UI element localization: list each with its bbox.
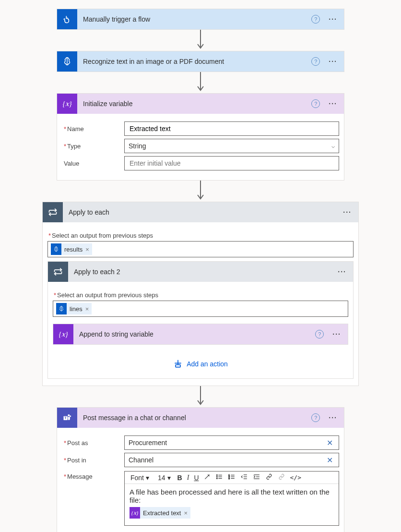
link-button[interactable]: [265, 473, 273, 482]
variable-icon: {𝑥}: [57, 94, 77, 114]
value-input[interactable]: [129, 159, 335, 168]
rte-toolbar: Font ▾ 14 ▾ B I U: [125, 472, 339, 484]
post-in-field[interactable]: Channel ✕: [124, 453, 339, 467]
indent-button[interactable]: [253, 473, 260, 482]
connector-arrow: [196, 386, 205, 407]
variable-icon: {𝑥}: [53, 324, 73, 344]
more-menu[interactable]: ···: [322, 15, 344, 23]
add-action-label: Add an action: [187, 360, 228, 368]
token-results[interactable]: results ×: [51, 243, 92, 255]
rte-body[interactable]: A file has been processed and here is al…: [125, 484, 339, 525]
svg-point-11: [216, 476, 217, 477]
step-header[interactable]: T Post message in a chat or channel ? ··…: [57, 408, 344, 428]
step-title: Apply to each 2: [68, 268, 331, 276]
step-header[interactable]: {𝑥} Append to string variable ? ···: [53, 324, 348, 344]
loop-icon: [43, 202, 63, 222]
svg-point-9: [216, 475, 217, 476]
more-menu[interactable]: ···: [331, 268, 353, 276]
italic-button[interactable]: I: [187, 474, 189, 482]
output-field[interactable]: results ×: [47, 241, 354, 257]
teams-icon: T: [57, 408, 77, 428]
step-header[interactable]: Apply to each 2 ···: [48, 262, 353, 282]
step-header[interactable]: Recognize text in an image or a PDF docu…: [57, 51, 344, 72]
more-menu[interactable]: ···: [336, 208, 358, 216]
value-label: Value: [62, 160, 124, 167]
chevron-down-icon: ⌵: [331, 143, 335, 149]
message-editor: Font ▾ 14 ▾ B I U: [124, 471, 339, 526]
step-title: Manually trigger a flow: [77, 15, 311, 23]
svg-point-13: [216, 478, 217, 479]
type-label: Type: [62, 143, 124, 150]
more-menu[interactable]: ···: [322, 414, 344, 422]
output-field[interactable]: lines ×: [53, 301, 348, 317]
help-icon[interactable]: ?: [311, 99, 320, 108]
step-recognize[interactable]: Recognize text in an image or a PDF docu…: [57, 51, 344, 72]
underline-button[interactable]: U: [194, 474, 199, 482]
number-list-button[interactable]: 123: [228, 473, 236, 482]
step-title: Post message in a chat or channel: [77, 414, 311, 422]
post-in-value: Channel: [129, 456, 153, 464]
clear-icon[interactable]: ✕: [325, 438, 335, 447]
step-title: Append to string variable: [73, 330, 315, 338]
more-menu[interactable]: ···: [322, 100, 344, 108]
step-title: Apply to each: [63, 208, 336, 216]
help-icon[interactable]: ?: [311, 413, 320, 422]
add-action-button[interactable]: Add an action: [53, 359, 348, 369]
svg-point-5: [68, 414, 70, 416]
type-select[interactable]: String ⌵: [124, 139, 339, 153]
post-as-value: Procurement: [129, 439, 167, 447]
svg-text:3: 3: [228, 477, 230, 480]
step-append-string[interactable]: {𝑥} Append to string variable ? ···: [53, 324, 348, 345]
token-extracted-text[interactable]: {𝑥} Extracted text ×: [130, 507, 190, 519]
help-icon[interactable]: ?: [315, 330, 324, 339]
more-menu[interactable]: ···: [326, 330, 348, 338]
type-value: String: [129, 142, 146, 150]
step-apply-to-each-2: Apply to each 2 ··· Select an output fro…: [47, 261, 354, 379]
step-trigger[interactable]: Manually trigger a flow ? ···: [57, 9, 344, 30]
post-as-field[interactable]: Procurement ✕: [124, 435, 339, 450]
output-label: Select an output from previous steps: [48, 232, 354, 239]
value-field[interactable]: [124, 156, 339, 170]
step-post-message: T Post message in a chat or channel ? ··…: [57, 407, 344, 532]
connector-arrow: [196, 72, 205, 93]
chevron-down-icon: ▾: [167, 474, 171, 482]
step-header[interactable]: Apply to each ···: [43, 202, 358, 222]
token-lines[interactable]: lines ×: [56, 303, 92, 314]
bullet-list-button[interactable]: [215, 473, 223, 482]
loop-icon: [48, 262, 68, 282]
token-label: lines: [67, 305, 85, 313]
help-icon[interactable]: ?: [311, 57, 320, 66]
token-remove[interactable]: ×: [85, 305, 92, 313]
token-remove[interactable]: ×: [85, 246, 92, 253]
color-button[interactable]: [204, 473, 211, 482]
svg-rect-3: [176, 365, 180, 367]
code-view-button[interactable]: </>: [290, 474, 301, 481]
step-header[interactable]: Manually trigger a flow ? ···: [57, 9, 344, 29]
post-in-label: Post in: [62, 457, 124, 464]
step-title: Initialize variable: [77, 100, 311, 108]
outdent-button[interactable]: [240, 473, 248, 482]
token-remove[interactable]: ×: [184, 509, 190, 517]
name-input[interactable]: [129, 124, 335, 133]
font-select[interactable]: Font ▾: [129, 474, 151, 482]
brain-icon: [56, 303, 67, 314]
svg-text:T: T: [65, 416, 67, 420]
token-label: results: [61, 246, 85, 253]
step-header[interactable]: {𝑥} Initialize variable ? ···: [57, 94, 344, 114]
more-menu[interactable]: ···: [322, 58, 344, 65]
post-as-label: Post as: [62, 439, 124, 447]
help-icon[interactable]: ?: [311, 15, 320, 24]
name-field[interactable]: [124, 121, 339, 136]
token-label: Extracted text: [140, 509, 184, 517]
fontsize-select[interactable]: 14 ▾: [156, 474, 173, 482]
unlink-button[interactable]: [278, 473, 285, 482]
clear-icon[interactable]: ✕: [325, 456, 335, 465]
step-apply-to-each: Apply to each ··· Select an output from …: [42, 202, 359, 386]
brain-icon: [57, 51, 77, 72]
step-title: Recognize text in an image or a PDF docu…: [77, 58, 311, 65]
bold-button[interactable]: B: [177, 474, 182, 482]
step-body: Select an output from previous steps lin…: [48, 282, 353, 378]
message-label: Message: [62, 470, 124, 480]
connector-arrow: [196, 30, 205, 51]
step-initialize-variable: {𝑥} Initialize variable ? ··· Name Type …: [57, 93, 344, 181]
